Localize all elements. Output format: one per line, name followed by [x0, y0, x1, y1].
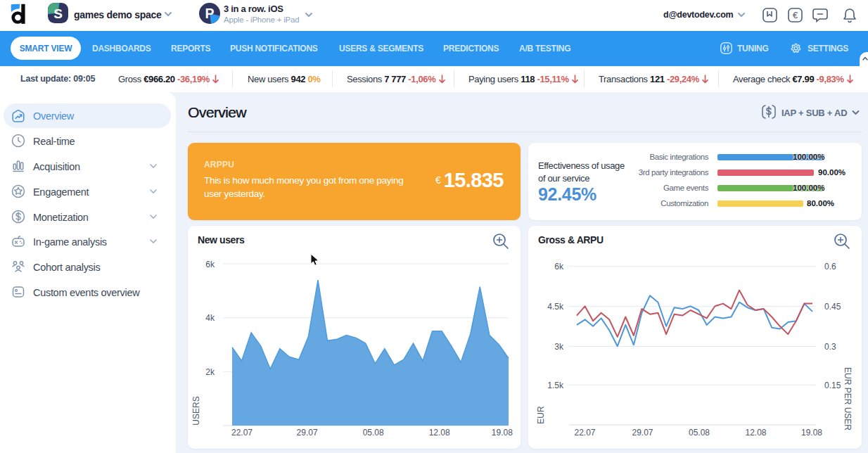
- svg-text:0.15: 0.15: [824, 381, 841, 390]
- svg-text:05.08: 05.08: [363, 428, 384, 438]
- svg-text:EUR PER USER: EUR PER USER: [843, 367, 853, 430]
- svg-text:0.3: 0.3: [824, 342, 836, 352]
- svg-text:12.08: 12.08: [745, 428, 766, 438]
- svg-text:12.08: 12.08: [429, 428, 450, 438]
- svg-text:6k: 6k: [554, 262, 564, 272]
- svg-text:USERS: USERS: [191, 396, 201, 425]
- svg-text:29.07: 29.07: [632, 428, 653, 438]
- svg-text:05.08: 05.08: [689, 428, 710, 438]
- svg-text:19.08: 19.08: [801, 428, 822, 438]
- svg-text:2k: 2k: [205, 367, 215, 377]
- svg-text:EUR: EUR: [536, 406, 546, 424]
- svg-text:29.07: 29.07: [297, 428, 318, 438]
- svg-text:22.07: 22.07: [231, 428, 253, 438]
- svg-text:1.5k: 1.5k: [547, 381, 564, 390]
- svg-text:0.6: 0.6: [824, 262, 836, 272]
- svg-text:22.07: 22.07: [574, 428, 595, 438]
- svg-text:S: S: [53, 6, 63, 21]
- svg-text:4k: 4k: [205, 313, 215, 323]
- svg-text:€: €: [793, 10, 798, 20]
- svg-text:6k: 6k: [205, 260, 215, 269]
- svg-text:3k: 3k: [554, 342, 564, 352]
- svg-text:19.08: 19.08: [492, 428, 513, 438]
- svg-text:0.45: 0.45: [824, 302, 841, 312]
- svg-text:P: P: [205, 6, 214, 21]
- svg-text:4.5k: 4.5k: [547, 302, 564, 312]
